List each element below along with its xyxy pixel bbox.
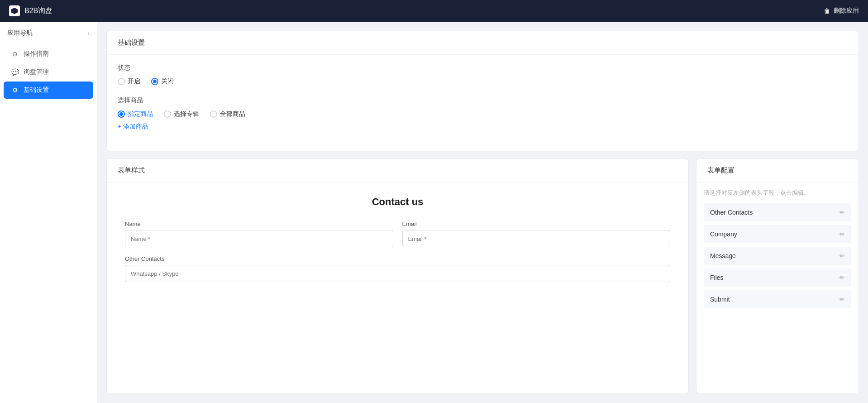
config-item-message[interactable]: Message ✏	[704, 247, 851, 265]
config-files-label: Files	[710, 274, 724, 281]
guide-icon: ⊙	[11, 50, 19, 58]
config-submit-label: Submit	[710, 296, 730, 303]
status-close-label: 关闭	[161, 77, 174, 86]
email-input[interactable]	[402, 230, 671, 247]
edit-company-icon[interactable]: ✏	[839, 230, 845, 238]
form-field-other-contacts: Other Contacts	[125, 255, 670, 282]
product-section: 选择商品 指定商品 选择专辑 全部商品	[118, 96, 848, 131]
sidebar-item-inquiry-label: 询盘管理	[24, 68, 49, 76]
status-radio-group: 开启 关闭	[118, 77, 848, 86]
product-all-option[interactable]: 全部商品	[210, 110, 245, 118]
name-input[interactable]	[125, 230, 393, 247]
trash-icon: 🗑	[824, 7, 830, 14]
product-album-radio[interactable]	[164, 110, 171, 118]
basic-settings-card: 基础设置 状态 开启 关闭	[106, 31, 859, 151]
config-item-submit[interactable]: Submit ✏	[704, 290, 851, 308]
top-nav: B2B询盘 🗑 删除应用	[0, 0, 868, 22]
layout: 应用导航 ‹ ⊙ 操作指南 💬 询盘管理 ⚙ 基础设置 基础设置 状态	[0, 22, 868, 403]
brand-icon	[9, 5, 20, 16]
sidebar-item-guide[interactable]: ⊙ 操作指南	[4, 45, 93, 62]
config-other-contacts-label: Other Contacts	[710, 209, 753, 216]
sidebar-item-settings[interactable]: ⚙ 基础设置	[4, 82, 93, 99]
settings-icon: ⚙	[11, 86, 19, 94]
product-specific-radio[interactable]	[118, 110, 125, 118]
sidebar-item-inquiry[interactable]: 💬 询盘管理	[4, 63, 93, 81]
form-config-hint: 请选择对应左侧的表头字段，点击编辑。	[704, 189, 851, 197]
sidebar-item-guide-label: 操作指南	[24, 50, 49, 58]
form-preview-body: Contact us Name Email	[107, 182, 688, 304]
other-contacts-input[interactable]	[125, 265, 670, 282]
product-all-label: 全部商品	[220, 110, 245, 118]
add-product-label: + 添加商品	[118, 123, 148, 131]
form-heading: Contact us	[125, 196, 670, 208]
bottom-row: 表单样式 Contact us Name Email	[106, 158, 859, 394]
edit-submit-icon[interactable]: ✏	[839, 296, 845, 303]
sidebar-collapse-button[interactable]: ‹	[87, 29, 90, 37]
edit-files-icon[interactable]: ✏	[839, 274, 845, 281]
delete-app-button[interactable]: 🗑 删除应用	[824, 7, 859, 15]
form-config-card: 表单配置 请选择对应左侧的表头字段，点击编辑。 Other Contacts ✏…	[696, 158, 859, 394]
edit-message-icon[interactable]: ✏	[839, 252, 845, 259]
form-preview-title: 表单样式	[107, 159, 688, 182]
status-label: 状态	[118, 64, 848, 72]
product-radio-group: 指定商品 选择专辑 全部商品	[118, 110, 848, 118]
config-item-company[interactable]: Company ✏	[704, 225, 851, 243]
form-config-title: 表单配置	[696, 159, 858, 182]
product-album-option[interactable]: 选择专辑	[164, 110, 199, 118]
status-close-radio[interactable]	[151, 78, 158, 85]
product-specific-label: 指定商品	[128, 110, 153, 118]
inquiry-icon: 💬	[11, 68, 19, 76]
status-open-option[interactable]: 开启	[118, 77, 140, 86]
email-field-label: Email	[402, 221, 671, 227]
form-preview-card: 表单样式 Contact us Name Email	[106, 158, 689, 394]
sidebar-item-settings-label: 基础设置	[24, 86, 49, 94]
config-item-other-contacts[interactable]: Other Contacts ✏	[704, 203, 851, 221]
status-close-option[interactable]: 关闭	[151, 77, 174, 86]
form-field-email: Email	[402, 221, 671, 247]
form-field-name: Name	[125, 221, 393, 247]
brand-label: B2B询盘	[24, 6, 52, 16]
other-contacts-label: Other Contacts	[125, 255, 670, 262]
status-section: 状态 开启 关闭	[118, 64, 848, 86]
status-open-radio[interactable]	[118, 78, 125, 85]
product-all-radio[interactable]	[210, 110, 217, 118]
config-message-label: Message	[710, 252, 736, 259]
config-item-files[interactable]: Files ✏	[704, 269, 851, 287]
add-product-button[interactable]: + 添加商品	[118, 123, 848, 131]
form-config-body: 请选择对应左侧的表头字段，点击编辑。 Other Contacts ✏ Comp…	[696, 182, 858, 318]
basic-settings-body: 状态 开启 关闭 选择商品	[107, 55, 858, 151]
brand: B2B询盘	[9, 5, 52, 16]
basic-settings-title: 基础设置	[107, 31, 858, 55]
name-field-label: Name	[125, 221, 393, 227]
main-content: 基础设置 状态 开启 关闭	[97, 22, 868, 403]
sidebar: 应用导航 ‹ ⊙ 操作指南 💬 询盘管理 ⚙ 基础设置	[0, 22, 97, 403]
edit-other-contacts-icon[interactable]: ✏	[839, 209, 845, 216]
form-name-email-row: Name Email	[125, 221, 670, 247]
product-specific-option[interactable]: 指定商品	[118, 110, 153, 118]
sidebar-header: 应用导航 ‹	[0, 29, 97, 44]
config-company-label: Company	[710, 230, 737, 238]
sidebar-title: 应用导航	[7, 29, 33, 37]
delete-app-label: 删除应用	[834, 7, 859, 15]
product-label: 选择商品	[118, 96, 848, 105]
product-album-label: 选择专辑	[174, 110, 199, 118]
status-open-label: 开启	[128, 77, 140, 86]
